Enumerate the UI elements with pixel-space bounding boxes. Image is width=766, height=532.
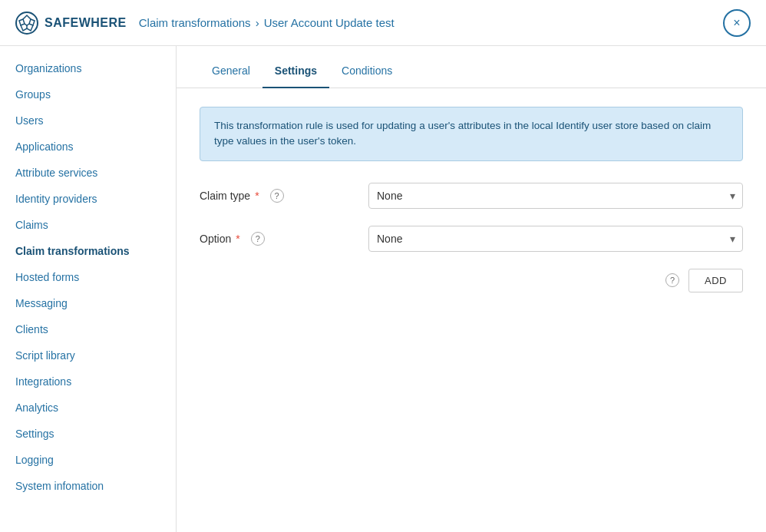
claim-type-required: * xyxy=(255,190,259,202)
info-box: This transformation rule is used for upd… xyxy=(200,107,743,161)
option-required: * xyxy=(236,233,239,245)
sidebar-item-attribute-services[interactable]: Attribute services xyxy=(0,160,176,186)
logo-icon xyxy=(15,12,38,35)
sidebar: Organizations Groups Users Applications … xyxy=(0,46,177,532)
sidebar-item-hosted-forms[interactable]: Hosted forms xyxy=(0,264,176,290)
option-label: Option * ? xyxy=(200,232,368,246)
sidebar-item-identity-providers[interactable]: Identity providers xyxy=(0,186,176,212)
sidebar-item-script-library[interactable]: Script library xyxy=(0,342,176,368)
option-row: Option * ? None xyxy=(200,226,743,252)
tab-conditions[interactable]: Conditions xyxy=(329,54,404,88)
option-select[interactable]: None xyxy=(368,226,743,252)
main-content: General Settings Conditions This transfo… xyxy=(177,46,766,532)
claim-type-field: None xyxy=(368,183,743,209)
add-row: ? ADD xyxy=(200,269,743,292)
logo-text: SAFEWHERE xyxy=(45,16,127,30)
sidebar-item-clients[interactable]: Clients xyxy=(0,316,176,342)
tabs: General Settings Conditions xyxy=(177,54,766,88)
claim-type-label: Claim type * ? xyxy=(200,189,368,203)
sidebar-item-integrations[interactable]: Integrations xyxy=(0,368,176,395)
option-field: None xyxy=(368,226,743,252)
option-help-icon[interactable]: ? xyxy=(251,232,265,246)
sidebar-item-settings[interactable]: Settings xyxy=(0,421,176,447)
add-help-icon[interactable]: ? xyxy=(665,273,679,287)
sidebar-item-groups[interactable]: Groups xyxy=(0,81,176,107)
sidebar-item-organizations[interactable]: Organizations xyxy=(0,55,176,81)
sidebar-item-claim-transformations[interactable]: Claim transformations xyxy=(0,238,176,264)
sidebar-item-applications[interactable]: Applications xyxy=(0,134,176,160)
logo: SAFEWHERE xyxy=(15,12,127,35)
add-button[interactable]: ADD xyxy=(688,269,743,292)
sidebar-item-users[interactable]: Users xyxy=(0,107,176,134)
breadcrumb-link[interactable]: Claim transformations xyxy=(139,16,251,29)
breadcrumb: Claim transformations › User Account Upd… xyxy=(139,16,395,29)
sidebar-item-claims[interactable]: Claims xyxy=(0,212,176,238)
tab-general[interactable]: General xyxy=(200,54,262,88)
claim-type-select[interactable]: None xyxy=(368,183,743,209)
sidebar-item-logging[interactable]: Logging xyxy=(0,447,176,473)
close-button[interactable]: × xyxy=(723,9,751,37)
claim-type-help-icon[interactable]: ? xyxy=(270,189,284,203)
breadcrumb-separator: › xyxy=(256,16,259,29)
sidebar-item-system-information[interactable]: System infomation xyxy=(0,473,176,499)
tab-settings[interactable]: Settings xyxy=(262,54,329,88)
sidebar-item-messaging[interactable]: Messaging xyxy=(0,290,176,316)
claim-type-row: Claim type * ? None xyxy=(200,183,743,209)
breadcrumb-current: User Account Update test xyxy=(264,16,395,29)
sidebar-item-analytics[interactable]: Analytics xyxy=(0,395,176,421)
